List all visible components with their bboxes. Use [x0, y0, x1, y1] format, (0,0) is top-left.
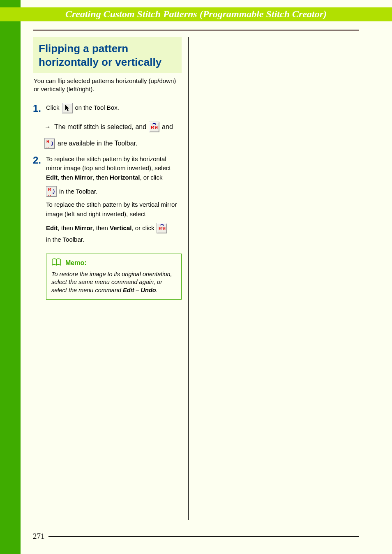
- pointer-tool-icon: [62, 103, 73, 113]
- result-arrow-icon: →: [44, 123, 51, 131]
- step-2: 2. To replace the stitch pattern by its …: [33, 155, 182, 249]
- page-content: Flipping a pattern horizontally or verti…: [33, 37, 359, 520]
- mirror-horizontal-icon: R R: [46, 186, 57, 197]
- step-1: 1. Click on the Tool Box.: [33, 103, 182, 117]
- mirror-vertical-icon: R R: [149, 122, 159, 132]
- memo-label: Memo:: [65, 259, 87, 267]
- memo-body: To restore the image to its original ori…: [51, 270, 176, 295]
- svg-text:R: R: [48, 187, 51, 192]
- section-heading: Flipping a pattern horizontally or verti…: [39, 42, 176, 69]
- mirror-vertical-icon: R R: [157, 223, 167, 233]
- left-column: Flipping a pattern horizontally or verti…: [33, 37, 188, 520]
- step2-h-tail: in the Toolbar.: [59, 187, 97, 196]
- step1-toolbox-text: on the Tool Box.: [75, 103, 119, 113]
- svg-text:R: R: [154, 125, 158, 130]
- left-green-stripe: [0, 0, 21, 554]
- section-intro: You can flip selected patterns horizonta…: [34, 77, 181, 94]
- section-heading-box: Flipping a pattern horizontally or verti…: [33, 37, 182, 73]
- step-number-1: 1.: [33, 103, 46, 113]
- memo-box: Memo: To restore the image to its origin…: [46, 254, 182, 300]
- step1-result-post: are available in the Toolbar.: [58, 140, 138, 147]
- step-number-2: 2.: [33, 155, 46, 165]
- page-number: 271: [33, 532, 45, 541]
- svg-text:R: R: [151, 125, 154, 130]
- chapter-title: Creating Custom Stitch Patterns (Program…: [0, 7, 392, 20]
- step2-horizontal-instruction: To replace the stitch pattern by its hor…: [46, 155, 182, 182]
- step1-click-text: Click: [46, 103, 60, 113]
- svg-text:R: R: [162, 226, 166, 231]
- mirror-horizontal-icon: R R: [44, 138, 55, 149]
- step1-result-pre: The motif stitch is selected, and: [54, 123, 146, 131]
- svg-text:R: R: [48, 194, 51, 196]
- svg-text:R: R: [46, 139, 50, 144]
- step2-v-tail: in the Toolbar.: [46, 235, 182, 245]
- memo-book-icon: [51, 258, 62, 268]
- column-divider: [188, 37, 189, 520]
- svg-text:R: R: [46, 146, 50, 148]
- footer-line: [48, 536, 359, 537]
- step1-result: → The motif stitch is selected, and R R …: [44, 122, 182, 149]
- header-divider: [33, 30, 359, 31]
- step1-result-mid: and: [162, 123, 173, 131]
- svg-text:R: R: [159, 226, 162, 231]
- step2-vertical-instruction: To replace the stitch pattern by its ver…: [46, 200, 182, 219]
- step2-v-menu-path: Edit, then Mirror, then Vertical, or cli…: [46, 224, 154, 233]
